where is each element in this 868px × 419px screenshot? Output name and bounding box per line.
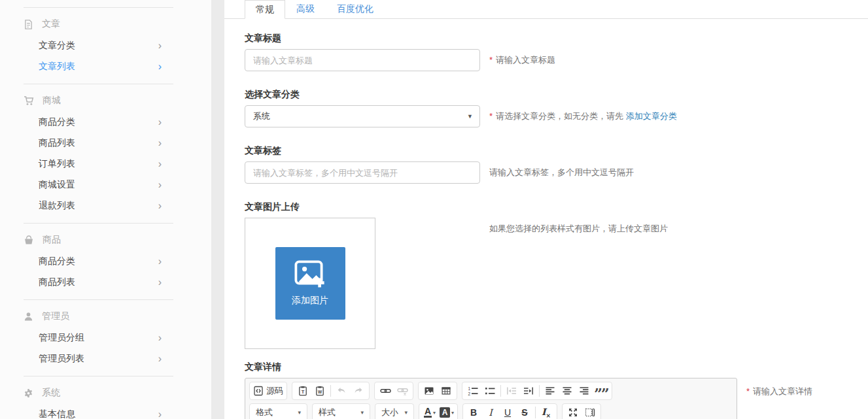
toolbar-separator xyxy=(500,385,501,397)
sidebar-scrollbar-track[interactable] xyxy=(211,0,224,419)
outdent-button[interactable] xyxy=(503,383,520,399)
sidebar-item-admin-list[interactable]: 管理员列表 › xyxy=(24,348,173,369)
sidebar-item-refund-list[interactable]: 退款列表 › xyxy=(24,195,173,216)
sidebar-item-mall-settings[interactable]: 商城设置 › xyxy=(24,175,173,195)
align-center-button[interactable] xyxy=(559,383,576,399)
add-image-button[interactable]: 添加图片 xyxy=(275,247,345,320)
tab-baidu-seo[interactable]: 百度优化 xyxy=(326,0,385,19)
format-dropdown[interactable]: 格式 ▾ xyxy=(249,403,307,419)
style-dropdown[interactable]: 样式 ▾ xyxy=(312,403,370,419)
sidebar-item-article-list[interactable]: 文章列表 › xyxy=(24,56,173,77)
insert-table-button[interactable] xyxy=(438,383,455,399)
sidebar-item-goods-list[interactable]: 商品列表 › xyxy=(24,133,173,154)
sidebar-section-admin: 管理员 管理员分组 › 管理员列表 › xyxy=(24,299,173,376)
size-dropdown[interactable]: 大小 ▾ xyxy=(375,403,414,419)
italic-button[interactable]: I xyxy=(482,405,499,419)
paste-word-button[interactable]: W xyxy=(311,383,328,399)
svg-text:1: 1 xyxy=(468,386,471,391)
align-left-button[interactable] xyxy=(542,383,559,399)
strikethrough-icon: S xyxy=(521,407,527,418)
basket-icon xyxy=(24,235,34,245)
strikethrough-button[interactable]: S xyxy=(516,405,533,419)
blockquote-icon: ”” xyxy=(594,385,608,397)
sidebar-item-product-category[interactable]: 商品分类 › xyxy=(24,251,173,272)
add-category-link[interactable]: 添加文章分类 xyxy=(626,111,677,121)
undo-button[interactable] xyxy=(333,383,350,399)
redo-button[interactable] xyxy=(350,383,367,399)
sidebar-item-admin-group[interactable]: 管理员分组 › xyxy=(24,327,173,348)
title-hint-text: 请输入文章标题 xyxy=(496,55,555,65)
background-color-button[interactable]: A ▾ xyxy=(438,405,455,419)
sidebar-section-label: 商城 xyxy=(43,95,61,107)
show-blocks-button[interactable] xyxy=(582,405,599,419)
required-asterisk: * xyxy=(489,55,493,65)
sidebar: 文章 文章分类 › 文章列表 › 商城 商品分类 › 商品列表 › xyxy=(0,0,211,419)
chevron-right-icon: › xyxy=(158,61,162,72)
image-upload-label: 文章图片上传 xyxy=(245,201,868,213)
sidebar-item-label: 商品分类 xyxy=(39,116,75,128)
source-code-icon xyxy=(253,386,264,396)
sidebar-item-label: 基本信息 xyxy=(39,409,75,419)
insert-image-button[interactable] xyxy=(421,383,438,399)
align-right-button[interactable] xyxy=(576,383,593,399)
tags-input[interactable] xyxy=(245,161,480,184)
outdent-icon xyxy=(506,386,517,396)
dropdown-caret-icon: ▾ xyxy=(360,409,364,416)
source-button[interactable]: 源码 xyxy=(252,383,285,399)
cart-icon xyxy=(24,95,34,106)
image-upload-hint: 如果您选择的列表样式有图片，请上传文章图片 xyxy=(489,223,668,235)
image-icon xyxy=(424,386,434,396)
title-input[interactable] xyxy=(245,49,480,71)
paste-text-button[interactable]: T xyxy=(294,383,311,399)
tab-advanced[interactable]: 高级 xyxy=(285,0,326,19)
chevron-right-icon: › xyxy=(158,201,162,211)
maximize-icon xyxy=(568,407,578,418)
detail-hint-text: 请输入文章详情 xyxy=(753,386,812,396)
add-image-button-label: 添加图片 xyxy=(292,295,328,307)
sidebar-section-label: 商品 xyxy=(43,234,61,246)
toolbar-group-link xyxy=(374,382,413,400)
table-icon xyxy=(441,386,451,396)
toolbar-separator xyxy=(330,385,331,397)
chevron-right-icon: › xyxy=(158,354,162,364)
sidebar-item-basic-info[interactable]: 基本信息 › xyxy=(24,404,173,419)
dropdown-caret-icon: ▾ xyxy=(433,410,436,416)
sidebar-section-mall-header: 商城 xyxy=(24,92,173,109)
sidebar-item-label: 订单列表 xyxy=(39,158,75,170)
text-color-button[interactable]: A ▾ xyxy=(421,405,438,419)
indent-button[interactable] xyxy=(520,383,537,399)
tab-general[interactable]: 常规 xyxy=(245,0,285,19)
category-select[interactable]: 系统 ▼ xyxy=(245,105,480,127)
unordered-list-icon xyxy=(485,386,495,396)
sidebar-section-product: 商品 商品分类 › 商品列表 › xyxy=(24,223,173,299)
ordered-list-button[interactable]: 12 xyxy=(464,383,481,399)
size-dropdown-label: 大小 xyxy=(381,407,398,418)
source-button-label: 源码 xyxy=(266,385,283,397)
link-button[interactable] xyxy=(377,383,394,399)
sidebar-item-label: 商城设置 xyxy=(39,179,75,191)
sidebar-item-order-list[interactable]: 订单列表 › xyxy=(24,154,173,175)
sidebar-item-goods-category[interactable]: 商品分类 › xyxy=(24,112,173,133)
sidebar-item-label: 商品列表 xyxy=(39,277,75,288)
unlink-button[interactable] xyxy=(394,383,411,399)
bold-button[interactable]: B xyxy=(465,405,482,419)
sidebar-section-article: 文章 文章分类 › 文章列表 › xyxy=(24,7,173,84)
image-upload-box: 添加图片 xyxy=(245,218,375,349)
sidebar-item-label: 文章列表 xyxy=(39,61,75,73)
text-color-icon: A xyxy=(424,407,432,418)
sidebar-item-product-list[interactable]: 商品列表 › xyxy=(24,272,173,293)
sidebar-section-mall: 商城 商品分类 › 商品列表 › 订单列表 › 商城设置 › 退款列表 › xyxy=(24,84,173,223)
article-form: 文章标题 *请输入文章标题 选择文章分类 系统 ▼ *请选择文章分类，如无分类，… xyxy=(224,19,868,419)
unlink-icon xyxy=(397,386,408,396)
image-upload-row: 添加图片 如果您选择的列表样式有图片，请上传文章图片 xyxy=(245,218,868,349)
blockquote-button[interactable]: ”” xyxy=(593,383,610,399)
unordered-list-button[interactable] xyxy=(481,383,498,399)
toolbar-group-clipboard: T W xyxy=(292,382,370,400)
ordered-list-icon: 12 xyxy=(468,386,478,396)
remove-format-button[interactable]: I× xyxy=(538,405,555,419)
sidebar-item-label: 退款列表 xyxy=(39,200,75,212)
underline-button[interactable]: U xyxy=(499,405,516,419)
sidebar-item-article-category[interactable]: 文章分类 › xyxy=(24,35,173,56)
chevron-right-icon: › xyxy=(158,41,162,51)
maximize-button[interactable] xyxy=(564,405,582,419)
